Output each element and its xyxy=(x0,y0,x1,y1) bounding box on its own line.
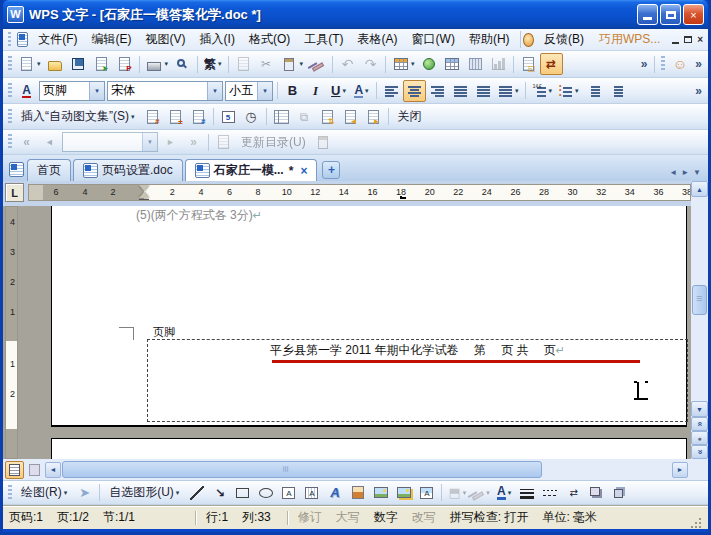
menu-insert[interactable]: 插入(I) xyxy=(193,29,242,50)
print-preview-button[interactable] xyxy=(171,53,194,75)
dropdown-arrow-icon[interactable]: ▾ xyxy=(515,87,519,95)
insert-page-number-button[interactable]: # xyxy=(141,106,164,128)
insert-time-button[interactable]: ◷ xyxy=(240,106,263,128)
indent-markers[interactable] xyxy=(139,185,149,201)
scroll-right-button[interactable]: ► xyxy=(672,462,688,478)
insert-table-button[interactable]: ▾ xyxy=(389,53,418,75)
page-view-button[interactable] xyxy=(5,461,24,479)
table-button[interactable] xyxy=(441,53,464,75)
toolbar-grip[interactable] xyxy=(8,485,12,501)
close-header-footer-button[interactable]: 关闭 xyxy=(392,106,428,128)
align-right-button[interactable] xyxy=(426,80,449,102)
oval-tool-button[interactable] xyxy=(254,482,277,504)
align-center-button[interactable] xyxy=(403,80,426,102)
italic-button[interactable]: I xyxy=(304,80,327,102)
select-browse-object-button[interactable]: ● xyxy=(691,431,708,445)
go-previous-button[interactable]: ◄ xyxy=(38,131,61,153)
toc-settings-button[interactable] xyxy=(312,131,335,153)
bold-button[interactable]: B xyxy=(281,80,304,102)
tab-close-button[interactable]: × xyxy=(300,164,307,178)
cut-button[interactable]: ✂ xyxy=(255,53,278,75)
menu-table[interactable]: 表格(A) xyxy=(351,29,405,50)
traditional-simplified-button[interactable]: 繁▾ xyxy=(201,53,225,75)
toolbar-grip[interactable] xyxy=(8,109,12,125)
horizontal-scroll-track[interactable] xyxy=(62,461,671,478)
overwrite-toggle[interactable]: 改写 xyxy=(412,509,436,526)
first-line-indent-marker[interactable] xyxy=(139,185,149,191)
dropdown-arrow-icon[interactable]: ▾ xyxy=(37,60,41,68)
threed-style-button[interactable] xyxy=(608,482,631,504)
show-next-button[interactable]: ► xyxy=(362,106,385,128)
switch-header-footer-button[interactable]: ⇅ xyxy=(316,106,339,128)
line-style-button[interactable] xyxy=(516,482,539,504)
num-lock-indicator[interactable]: 数字 xyxy=(374,509,398,526)
undo-button[interactable]: ↶ xyxy=(336,53,359,75)
menu-window[interactable]: 窗口(W) xyxy=(405,29,462,50)
format-page-number-button[interactable]: # xyxy=(187,106,210,128)
minimize-button[interactable] xyxy=(637,4,658,25)
page-setup-button[interactable] xyxy=(270,106,293,128)
new-document-button[interactable]: ▾ xyxy=(15,53,44,75)
link-to-previous-button[interactable]: ⧉ xyxy=(293,106,316,128)
go-next-button[interactable]: ► xyxy=(159,131,182,153)
tab-list-button[interactable]: ▼ xyxy=(693,168,701,177)
tab-scroll-left-button[interactable]: ◄ xyxy=(669,168,677,177)
tab-stop-marker[interactable] xyxy=(400,196,406,199)
toolbar-grip[interactable] xyxy=(8,134,12,150)
dropdown-arrow-icon[interactable]: ▾ xyxy=(365,87,369,95)
insert-picture-file-button[interactable] xyxy=(392,482,415,504)
font-size-dropdown-button[interactable]: ▾ xyxy=(257,82,272,100)
close-button[interactable]: × xyxy=(683,4,704,25)
document-map-button[interactable]: ◱ xyxy=(517,53,540,75)
insert-date-button[interactable]: 5 xyxy=(217,106,240,128)
help-search-button[interactable]: ☺ xyxy=(668,53,691,75)
bullet-list-button[interactable]: ▾ xyxy=(555,80,582,102)
chart-button[interactable] xyxy=(487,53,510,75)
dropdown-arrow-icon[interactable]: ▾ xyxy=(508,489,512,497)
page-1[interactable]: (5)(两个方程式各 3分)↵ 页脚 平乡县第一学 2011 年期中化学试卷 第… xyxy=(51,206,687,427)
insert-page-count-button[interactable]: ± xyxy=(164,106,187,128)
tab-stop-selector[interactable]: L xyxy=(5,183,24,202)
promo-link[interactable]: 巧用WPS... xyxy=(599,31,660,48)
tab-page-number-setup-doc[interactable]: 页码设置.doc xyxy=(73,159,183,181)
insert-clipart-button[interactable] xyxy=(346,482,369,504)
autoshapes-menu-button[interactable]: 自选图形(U)▾ xyxy=(103,482,185,504)
toolbar-grip[interactable] xyxy=(8,32,11,48)
previous-page-button[interactable]: « xyxy=(691,417,708,431)
format-painter-button[interactable] xyxy=(306,53,329,75)
arrow-style-button[interactable]: ⇄ xyxy=(562,482,585,504)
doc-minimize-button[interactable] xyxy=(669,32,681,47)
doc-close-button[interactable]: × xyxy=(694,32,706,47)
left-indent-marker[interactable] xyxy=(139,199,149,201)
scroll-left-button[interactable]: ◄ xyxy=(45,462,61,478)
doc-restore-button[interactable] xyxy=(682,32,694,47)
line-color-button[interactable]: ▾ xyxy=(469,482,493,504)
footer-text[interactable]: 平乡县第一学 2011 年期中化学试卷 第 页 共 页↵ xyxy=(148,342,687,359)
resize-grip[interactable] xyxy=(690,517,702,529)
toc-button[interactable] xyxy=(212,131,235,153)
outline-level-combobox[interactable]: ▾ xyxy=(62,132,158,152)
line-spacing-button[interactable]: ▾ xyxy=(495,80,522,102)
menu-format[interactable]: 格式(O) xyxy=(242,29,297,50)
insert-picture-button[interactable] xyxy=(369,482,392,504)
font-effect-button[interactable]: A▾ xyxy=(350,80,373,102)
show-previous-button[interactable]: ◄ xyxy=(339,106,362,128)
tab-home[interactable]: 首页 xyxy=(27,159,71,181)
insert-caption-frame-button[interactable]: A xyxy=(415,482,438,504)
dropdown-arrow-icon[interactable]: ▾ xyxy=(165,60,169,68)
send-email-button[interactable]: ➤ xyxy=(90,53,113,75)
copy-button[interactable] xyxy=(232,53,255,75)
fill-color-button[interactable]: ⬒▾ xyxy=(445,482,469,504)
font-combobox[interactable]: 宋体 ▾ xyxy=(107,81,223,101)
vertical-scroll-thumb[interactable] xyxy=(692,285,707,315)
select-objects-button[interactable]: ➤ xyxy=(73,482,96,504)
dash-style-button[interactable] xyxy=(539,482,562,504)
rectangle-tool-button[interactable] xyxy=(231,482,254,504)
toolbar-overflow-button[interactable]: » xyxy=(691,57,706,71)
export-pdf-button[interactable]: P xyxy=(113,53,136,75)
go-last-button[interactable]: » xyxy=(182,131,205,153)
update-toc-button[interactable]: 更新目录(U) xyxy=(235,131,312,153)
wordart-button[interactable]: A xyxy=(323,482,346,504)
ruler-strip[interactable]: 6 4 2 2468101214161820222426283032343638 xyxy=(28,184,691,201)
next-page-button[interactable]: « xyxy=(691,445,708,459)
